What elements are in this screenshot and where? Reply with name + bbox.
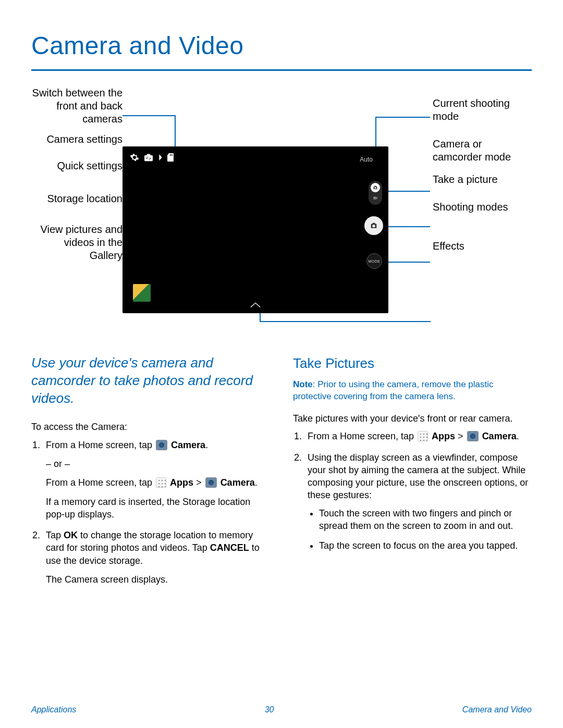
camera-screenshot: Auto MODE (123, 146, 388, 313)
step-2: Tap OK to change the storage location to… (43, 529, 270, 586)
camera-diagram: Switch between the front and back camera… (31, 87, 532, 342)
label-storage-location: Storage location (31, 192, 123, 205)
gesture-tap-focus: Tap the screen to focus on the area you … (319, 539, 532, 552)
callout-line (388, 191, 430, 192)
label-current-mode: Current shooting mode (433, 97, 532, 123)
gear-icon[interactable] (130, 153, 139, 162)
take-pictures-heading: Take Pictures (293, 354, 532, 373)
footer-page-number: 30 (265, 705, 274, 714)
note-text: Note: Prior to using the camera, remove … (293, 379, 532, 403)
page-footer: Applications 30 Camera and Video (31, 705, 532, 714)
camcorder-mode-icon (371, 193, 380, 203)
callout-line (388, 226, 430, 227)
camera-app-icon (156, 440, 167, 450)
or-separator: – or – (46, 458, 270, 470)
take-step-1: From a Home screen, tap Apps > Camera. (304, 430, 532, 442)
gesture-pinch: Touch the screen with two fingers and pi… (319, 507, 532, 533)
callout-line (123, 115, 175, 116)
footer-right: Camera and Video (462, 705, 532, 714)
title-rule (31, 69, 532, 71)
lead-text: Take pictures with your device's front o… (293, 412, 532, 425)
gallery-thumbnail[interactable] (133, 284, 151, 302)
camera-app-icon (205, 477, 217, 488)
label-camera-settings: Camera settings (31, 133, 123, 146)
mode-button[interactable]: MODE (366, 253, 382, 269)
label-shooting-modes: Shooting modes (433, 201, 532, 214)
camera-app-icon (467, 431, 479, 441)
step-1: From a Home screen, tap Camera. – or – F… (43, 439, 270, 521)
label-effects: Effects (433, 240, 532, 253)
callout-line (388, 262, 430, 263)
access-heading: To access the Camera: (31, 421, 270, 433)
left-column: Use your device's camera and camcorder t… (31, 354, 270, 594)
label-take-picture: Take a picture (433, 173, 532, 186)
intro-text: Use your device's camera and camcorder t… (31, 354, 270, 407)
sd-card-icon[interactable] (167, 153, 174, 162)
right-column: Take Pictures Note: Prior to using the c… (293, 354, 532, 594)
apps-icon (156, 477, 166, 488)
camera-camcorder-toggle[interactable] (369, 181, 382, 205)
effects-chevron-up-icon[interactable] (250, 301, 261, 310)
take-step-2: Using the display screen as a viewfinder… (304, 451, 532, 552)
label-switch-cameras: Switch between the front and back camera… (31, 87, 123, 126)
label-quick-settings: Quick settings (31, 159, 123, 172)
shutter-button[interactable] (364, 216, 383, 235)
label-gallery: View pictures and videos in the Gallery (31, 223, 123, 262)
label-cam-camcorder: Camera or camcorder mode (433, 138, 532, 164)
apps-icon (418, 431, 428, 441)
camera-switch-icon[interactable] (143, 153, 154, 162)
footer-left: Applications (31, 705, 76, 714)
page-title: Camera and Video (31, 31, 532, 60)
shooting-mode-text: Auto (360, 156, 373, 163)
callout-line (260, 321, 431, 322)
chevron-right-icon[interactable] (158, 154, 163, 161)
camera-mode-icon (371, 183, 380, 192)
callout-line (375, 117, 430, 118)
